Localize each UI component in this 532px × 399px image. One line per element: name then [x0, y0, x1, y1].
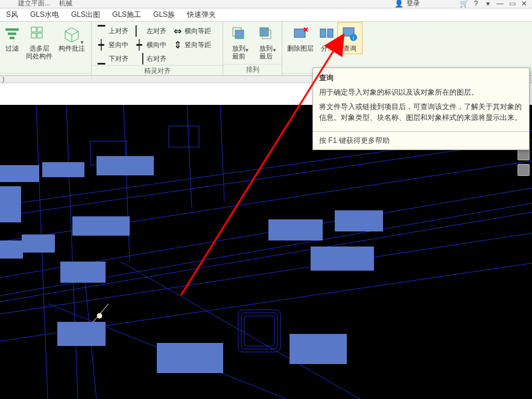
nav-cube-home[interactable]: [518, 148, 530, 160]
query-label: 查询: [343, 45, 356, 52]
dropdown-arrow-icon: ▼: [245, 48, 250, 53]
svg-rect-15: [328, 29, 333, 37]
delete-layer-label: 删除图层: [287, 45, 314, 52]
svg-rect-2: [10, 37, 14, 39]
ribbon-group-arrange: 放到 最前 ▼ 放到 最后 ▼ 排列: [223, 22, 282, 75]
tooltip-footer: 按 F1 键获得更多帮助: [313, 131, 529, 149]
svg-line-29: [124, 105, 130, 262]
tab-gls-water[interactable]: GLS水电: [24, 8, 65, 21]
component-annotate-button[interactable]: 构件批注 ▼: [57, 23, 87, 54]
hdist-button[interactable]: ⇔横向等距: [170, 24, 214, 37]
align-bottom-button[interactable]: ▁下对齐: [94, 52, 131, 65]
split-button[interactable]: 分...: [317, 23, 337, 54]
split-icon: [317, 24, 337, 43]
svg-rect-42: [0, 165, 39, 182]
minimize-button[interactable]: —: [496, 0, 504, 7]
align-hcenter-icon: ┿: [135, 40, 144, 49]
svg-rect-4: [37, 27, 42, 32]
group-align-title: 精灵对齐: [92, 65, 223, 77]
align-top-button[interactable]: ▔上对齐: [94, 24, 131, 37]
cart-icon[interactable]: 🛒: [460, 0, 468, 7]
svg-line-31: [220, 105, 224, 201]
svg-rect-14: [320, 29, 326, 37]
align-right-icon: ▕: [135, 54, 144, 63]
vdist-button[interactable]: ⇕竖向等距: [170, 38, 214, 51]
close-button[interactable]: ✕: [520, 0, 528, 7]
tab-quick-clip[interactable]: 快速弹夹: [181, 8, 222, 21]
tab-gls-family[interactable]: GLS族: [147, 8, 181, 21]
hdist-label: 横向等距: [185, 27, 211, 36]
align-left-button[interactable]: ▏左对齐: [132, 24, 169, 37]
svg-rect-47: [22, 234, 55, 253]
svg-rect-51: [311, 247, 374, 271]
dropdown-arrow-icon: ▼: [272, 48, 277, 53]
title-fragment-2: 机械: [59, 0, 72, 8]
svg-rect-6: [37, 33, 42, 38]
send-back-label: 放到 最后: [259, 45, 273, 60]
component-annotate-label: 构件批注: [59, 45, 85, 52]
select-multilayer-label: 选多层 同处构件: [26, 45, 52, 60]
svg-rect-46: [0, 240, 23, 259]
filter-button[interactable]: 过滤: [2, 23, 22, 54]
box-icon: [62, 24, 81, 43]
filter-label: 过滤: [5, 45, 19, 52]
ribbon-tabs: S风 GLS水电 GLS出图 GLS施工 GLS族 快速弹夹: [0, 8, 532, 22]
titlebar-right: 👤 登录 🛒 ? ▾ — ▭ ✕: [394, 0, 528, 8]
send-back-icon: [256, 24, 276, 43]
svg-rect-52: [60, 262, 106, 283]
align-right-button[interactable]: ▕右对齐: [132, 52, 169, 65]
split-label: 分...: [321, 45, 333, 52]
svg-rect-33: [241, 313, 277, 349]
align-bottom-label: 下对齐: [109, 54, 128, 63]
svg-rect-9: [260, 28, 268, 36]
tooltip-paragraph-2: 将文件导入或链接到项目后，可查询该文件，了解关于其对象的信息。对象类型、块名称、…: [319, 101, 523, 123]
vdist-icon: ⇕: [173, 40, 182, 49]
align-right-label: 右对齐: [147, 54, 166, 63]
ribbon-group-select: 过滤 选多层 同处构件 构件批注 ▼: [0, 22, 92, 75]
dropdown-arrow-icon: ▼: [80, 40, 84, 45]
svg-line-30: [187, 105, 192, 207]
query-button[interactable]: i 查询: [338, 23, 362, 54]
hdist-icon: ⇔: [173, 26, 182, 36]
tooltip-panel: 查询 用于确定导入对象的标识以及该对象所在的图层。 将文件导入或链接到项目后，可…: [312, 68, 530, 150]
send-back-button[interactable]: 放到 最后 ▼: [253, 23, 280, 61]
select-multilayer-button[interactable]: 选多层 同处构件: [23, 23, 55, 61]
svg-rect-54: [157, 343, 223, 373]
delete-layer-icon: [291, 24, 310, 43]
svg-rect-43: [42, 162, 84, 177]
svg-rect-48: [72, 216, 130, 236]
nav-cube-view[interactable]: [518, 164, 530, 176]
filter-icon: [2, 24, 22, 43]
align-left-icon: ▏: [135, 26, 144, 36]
align-hcenter-button[interactable]: ┿横向中: [132, 38, 169, 51]
svg-rect-1: [8, 33, 16, 35]
align-vcenter-label: 竖向中: [109, 40, 128, 49]
maximize-button[interactable]: ▭: [508, 0, 516, 7]
bring-front-button[interactable]: 放到 最前 ▼: [226, 23, 252, 61]
svg-rect-49: [268, 219, 323, 240]
svg-rect-44: [0, 186, 21, 222]
person-icon[interactable]: 👤: [394, 0, 403, 7]
tab-sfeng[interactable]: S风: [0, 8, 24, 21]
layers-grid-icon: [30, 24, 49, 43]
dropdown-icon[interactable]: ▾: [484, 0, 492, 7]
svg-rect-5: [31, 33, 36, 38]
svg-rect-0: [5, 28, 19, 31]
group-arrange-title: 排列: [223, 64, 282, 75]
login-link[interactable]: 登录: [407, 0, 420, 8]
svg-rect-3: [31, 27, 36, 32]
svg-rect-50: [335, 210, 383, 231]
tab-gls-construct[interactable]: GLS施工: [106, 8, 147, 21]
help-icon[interactable]: ?: [472, 0, 480, 7]
tooltip-paragraph-1: 用于确定导入对象的标识以及该对象所在的图层。: [319, 87, 523, 98]
svg-rect-11: [294, 29, 305, 37]
bring-front-icon: [229, 24, 249, 43]
svg-line-28: [66, 105, 78, 399]
align-top-icon: ▔: [97, 26, 106, 36]
tab-gls-draw[interactable]: GLS出图: [65, 8, 106, 21]
title-bar: 建立平面... 机械 👤 登录 🛒 ? ▾ — ▭ ✕: [0, 0, 532, 8]
sub-bar-text: ): [2, 76, 4, 83]
delete-layer-button[interactable]: 删除图层: [285, 23, 316, 54]
align-vcenter-button[interactable]: ┿竖向中: [94, 38, 131, 51]
svg-rect-45: [97, 156, 154, 175]
